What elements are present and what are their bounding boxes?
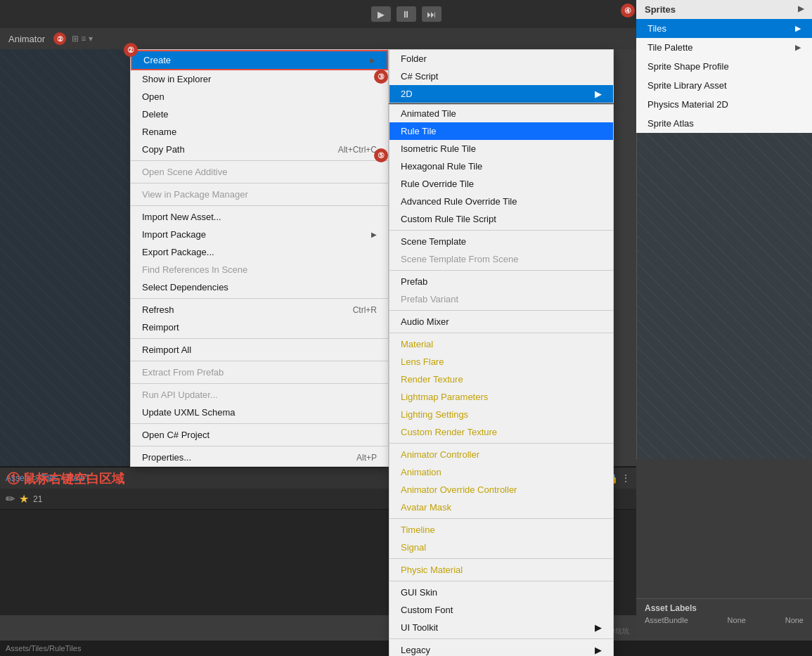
asset-labels-panel: Asset Labels AssetBundle None None [636,598,812,641]
sprite-library-asset-item[interactable]: Sprite Library Asset [636,76,812,95]
create-menu-item[interactable]: Create ▶ [131,50,388,70]
import-package-item[interactable]: Import Package ▶ [131,226,388,243]
update-uxml-item[interactable]: Update UXML Schema [131,404,388,421]
scene-template-item[interactable]: Scene Template [389,233,613,250]
step-button[interactable]: ⏭ [422,6,442,22]
annot-badge-3: ③ [374,70,388,84]
avatar-mask-item[interactable]: Avatar Mask [389,499,613,516]
csharp-script-item[interactable]: C# Script [389,67,613,85]
asset-more-icon[interactable]: ⋮ [621,472,631,484]
sprite-atlas-item[interactable]: Sprite Atlas [636,114,812,133]
animator-canvas [0,49,130,500]
isometric-rule-tile-item[interactable]: Isometric Rule Tile [389,140,613,157]
separator-5 [131,338,388,339]
material-item[interactable]: Material [389,335,613,353]
show-in-explorer-item[interactable]: Show in Explorer [131,70,388,88]
copy-path-item[interactable]: Copy Path Alt+Ctrl+C [131,141,388,158]
animator-controller-item[interactable]: Animator Controller [389,446,613,463]
ui-toolkit-label: UI Toolkit [401,622,438,633]
physics-material-2d-item[interactable]: Physics Material 2D [636,95,812,114]
asset-bundle-label: AssetBundle [645,616,688,624]
open-item[interactable]: Open [131,88,388,105]
properties-item[interactable]: Properties... Alt+P [131,449,388,466]
separator-9 [131,446,388,446]
custom-font-item[interactable]: Custom Font [389,601,613,619]
sprites-header[interactable]: Sprites ▶ [636,0,812,19]
advanced-rule-override-item[interactable]: Advanced Rule Override Tile [389,193,613,210]
run-api-updater-item: Run API Updater... [131,386,388,404]
sub-sep-4 [389,333,613,333]
open-scene-additive-item: Open Scene Additive [131,163,388,181]
asset-count-badge: 21 [33,494,42,504]
asset-pencil-icon[interactable]: ✏ [6,492,15,506]
rule-tile-item[interactable]: Rule Tile [389,122,613,140]
annot-badge-4: ④ [621,4,635,18]
timeline-item[interactable]: Timeline [389,521,613,539]
import-new-asset-item[interactable]: Import New Asset... [131,208,388,226]
reimport-all-item[interactable]: Reimport All [131,341,388,359]
create-arrow-icon: ▶ [370,56,375,64]
tiles-item[interactable]: Tiles ▶ [636,19,812,38]
open-csharp-item[interactable]: Open C# Project [131,426,388,444]
extract-from-prefab-item: Extract From Prefab [131,364,388,381]
asset-star-icon[interactable]: ★ [19,492,29,506]
import-package-arrow-icon: ▶ [371,231,377,238]
copy-path-label: Copy Path [142,144,185,155]
sprite-shape-profile-item[interactable]: Sprite Shape Profile [636,57,812,76]
lighting-settings-item[interactable]: Lighting Settings [389,406,613,423]
custom-render-texture-item[interactable]: Custom Render Texture [389,423,613,441]
signal-item[interactable]: Signal [389,539,613,556]
asset-path-label: Assets/Tiles/RuleTiles [6,644,81,652]
select-deps-item[interactable]: Select Dependencies [131,278,388,296]
play-button[interactable]: ▶ [371,6,391,22]
sub-sep-6 [389,518,613,519]
lightmap-parameters-item[interactable]: Lightmap Parameters [389,388,613,406]
sub-sep-9 [389,638,613,639]
lens-flare-item[interactable]: Lens Flare [389,353,613,371]
create-label: Create [143,55,171,65]
custom-rule-tile-script-item[interactable]: Custom Rule Tile Script [389,210,613,228]
2d-arrow-icon: ▶ [595,89,602,99]
2d-item[interactable]: 2D ▶ [389,85,613,103]
ui-toolkit-arrow-icon: ▶ [595,622,602,633]
tile-palette-item[interactable]: Tile Palette ▶ [636,38,812,57]
refresh-item[interactable]: Refresh Ctrl+R [131,301,388,319]
physic-material-item[interactable]: Physic Material [389,561,613,579]
separator-6 [131,361,388,361]
animator-override-controller-item[interactable]: Animator Override Controller [389,481,613,499]
ui-toolkit-item[interactable]: UI Toolkit ▶ [389,619,613,636]
delete-item[interactable]: Delete [131,105,388,123]
animated-tile-item[interactable]: Animated Tile [389,105,613,122]
separator-4 [131,298,388,299]
legacy-item[interactable]: Legacy ▶ [389,641,613,656]
render-texture-item[interactable]: Render Texture [389,371,613,388]
rename-item[interactable]: Rename [131,123,388,141]
pause-button[interactable]: ⏸ [397,6,416,22]
hexagonal-rule-tile-item[interactable]: Hexagonal Rule Tile [389,157,613,175]
copy-path-shortcut: Alt+Ctrl+C [338,145,377,155]
export-package-item[interactable]: Export Package... [131,243,388,261]
separator-3 [131,205,388,206]
inspector-panel: ④ Sprites ▶ Tiles ▶ Tile Palette ▶ Sprit… [636,0,812,133]
import-package-label: Import Package [142,229,206,240]
sprites-arrow-icon: ▶ [798,4,804,13]
asset-bundle-none2: None [785,616,804,624]
badge-2-annotation: ② [53,32,66,45]
context-menu: ② Create ▶ Show in Explorer Open Delete … [130,49,389,467]
annot-badge-5: ⑤ [374,148,388,162]
audio-mixer-item[interactable]: Audio Mixer [389,313,613,330]
animation-item[interactable]: Animation [389,463,613,481]
prefab-item[interactable]: Prefab [389,273,613,290]
reimport-item[interactable]: Reimport [131,319,388,336]
playback-controls: ▶ ⏸ ⏭ [371,6,442,22]
properties-label: Properties... [142,452,191,463]
controls-icon: ⊞ ≡ ▾ [72,34,93,44]
properties-shortcut: Alt+P [356,453,377,463]
2d-label: 2D [401,89,413,99]
rule-override-tile-item[interactable]: Rule Override Tile [389,175,613,193]
gui-skin-item[interactable]: GUI Skin [389,584,613,601]
folder-item[interactable]: Folder [389,50,613,67]
refresh-label: Refresh [142,304,174,315]
prefab-variant-item: Prefab Variant [389,290,613,308]
create-submenu: ③ Folder C# Script 2D ▶ [389,49,614,103]
